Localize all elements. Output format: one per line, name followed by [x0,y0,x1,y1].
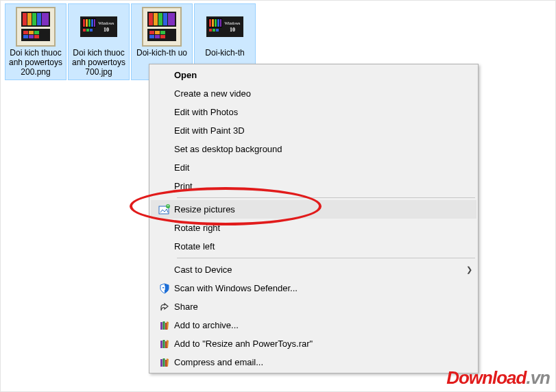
context-menu: Open Create a new video Edit with Photos… [149,64,479,373]
menu-resize-pictures[interactable]: Resize pictures [151,200,476,219]
svg-rect-34 [149,31,154,34]
svg-rect-44 [215,19,217,27]
blank-icon [155,143,174,156]
svg-text:Windows: Windows [99,21,114,25]
svg-rect-6 [42,13,49,25]
file-thumbnail [8,5,64,48]
file-name: Doi-kich-th [204,48,245,59]
file-name: Doi-kich-th uo [135,48,189,59]
svg-rect-8 [23,31,28,34]
blank-icon [155,240,174,254]
blank-icon [155,180,174,193]
svg-rect-28 [149,13,153,25]
svg-rect-13 [34,35,39,38]
svg-rect-4 [32,13,36,25]
winrar-books-icon [155,356,174,369]
svg-rect-57 [163,321,165,330]
svg-rect-46 [220,19,221,27]
file-name: Doi kich thuoc anh powertoys 700.jpg [70,48,128,78]
file-thumbnail [134,5,190,48]
svg-rect-23 [90,29,93,32]
svg-rect-45 [217,19,219,27]
svg-rect-32 [168,13,175,25]
svg-rect-35 [155,31,160,34]
watermark-part2: .vn [526,367,550,388]
svg-rect-37 [149,35,154,38]
svg-rect-17 [86,19,88,27]
svg-rect-62 [160,359,162,367]
blank-icon [155,87,174,101]
svg-rect-59 [160,341,162,348]
svg-rect-10 [34,31,39,34]
blank-icon [155,69,174,82]
menu-cast-to-device[interactable]: Cast to Device ❯ [151,260,476,279]
menu-edit-with-photos[interactable]: Edit with Photos [151,103,476,121]
blank-icon [155,263,174,277]
winrar-books-icon [155,319,174,332]
menu-add-to-named-archive[interactable]: Add to "Resize anh PowerToys.rar" [151,334,476,353]
svg-rect-21 [83,29,86,32]
file-thumbnail: Windows 10 [197,5,253,48]
menu-compress-email[interactable]: Compress and email... [151,353,476,371]
svg-rect-42 [209,19,211,27]
watermark-part1: Download [446,367,526,388]
svg-rect-55 [164,286,165,290]
svg-rect-16 [83,19,85,27]
menu-rotate-left[interactable]: Rotate left [151,237,476,256]
svg-rect-60 [163,340,165,348]
menu-scan-defender[interactable]: Scan with Windows Defender... [151,279,476,297]
svg-rect-12 [29,35,34,38]
svg-rect-36 [160,31,165,34]
file-item[interactable]: Doi kich thuoc anh powertoys 200.png [5,3,67,80]
svg-rect-20 [94,19,95,27]
blank-icon [155,221,174,235]
menu-open[interactable]: Open [151,66,476,84]
svg-rect-48 [213,29,215,32]
svg-rect-63 [163,358,165,367]
menu-separator [177,258,475,258]
svg-rect-9 [29,31,34,34]
svg-rect-19 [91,19,93,27]
resize-picture-icon [155,203,174,217]
menu-set-desktop-background[interactable]: Set as desktop background [151,140,476,158]
svg-rect-5 [37,13,41,25]
svg-rect-47 [209,29,212,32]
svg-rect-38 [155,35,160,38]
svg-rect-3 [27,13,32,25]
svg-rect-49 [216,29,219,32]
svg-text:Windows: Windows [225,21,241,25]
menu-rotate-right[interactable]: Rotate right [151,219,476,237]
svg-rect-43 [212,19,214,27]
svg-rect-31 [163,13,167,25]
menu-share[interactable]: Share [151,297,476,316]
svg-text:10: 10 [104,27,109,33]
file-name: Doi kich thuoc anh powertoys 200.png [7,48,64,78]
svg-rect-39 [160,35,165,38]
svg-rect-29 [154,13,158,25]
blank-icon [155,161,174,175]
svg-rect-22 [86,29,89,32]
svg-text:10: 10 [230,27,235,33]
blank-icon [155,106,174,119]
svg-rect-56 [160,322,162,330]
watermark: Download.vn [446,367,550,389]
svg-rect-2 [23,13,27,25]
menu-edit[interactable]: Edit [151,158,476,177]
defender-shield-icon [155,282,174,295]
blank-icon [155,124,174,138]
submenu-arrow-icon: ❯ [460,265,472,274]
share-icon [155,300,174,314]
menu-edit-with-paint3d[interactable]: Edit with Paint 3D [151,121,476,140]
menu-create-new-video[interactable]: Create a new video [151,84,476,103]
winrar-books-icon [155,337,174,351]
svg-rect-30 [158,13,162,25]
svg-rect-11 [23,35,28,38]
svg-rect-18 [88,19,90,27]
menu-print[interactable]: Print [151,177,476,195]
file-thumbnail: Windows 10 [71,5,127,48]
menu-separator [177,197,475,198]
menu-add-to-archive[interactable]: Add to archive... [151,316,476,334]
file-item[interactable]: Windows 10 Doi kich thuoc anh powertoys … [68,3,130,80]
